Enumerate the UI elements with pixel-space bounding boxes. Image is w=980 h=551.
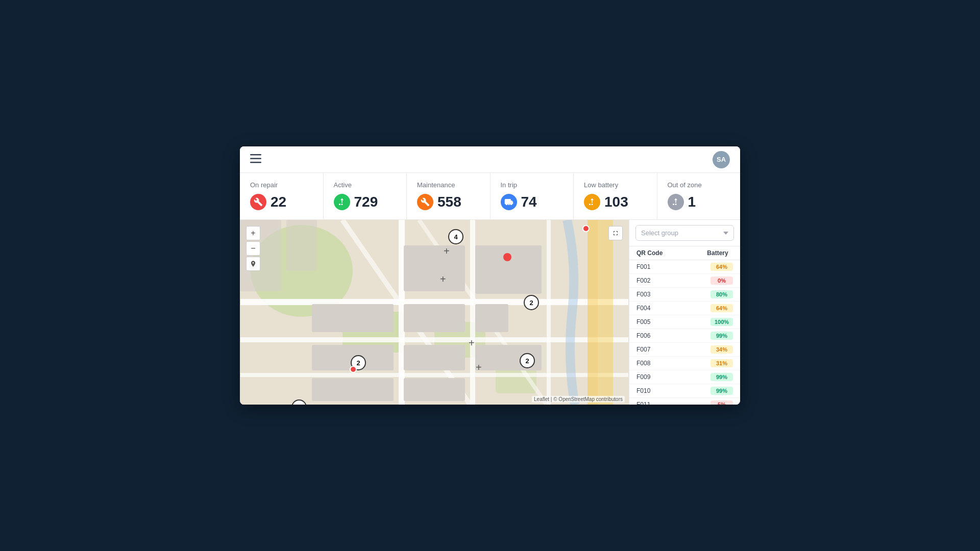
stat-icon-out-of-zone <box>668 194 684 210</box>
cluster-marker-4[interactable]: 4 <box>448 229 463 244</box>
battery-badge: 0% <box>710 277 733 285</box>
svg-rect-32 <box>404 345 465 370</box>
qr-code-value: F007 <box>636 346 710 353</box>
header: SA <box>240 146 740 173</box>
select-group-wrapper: Select group <box>629 220 740 246</box>
map-cross-1: + <box>440 273 446 285</box>
svg-point-8 <box>589 204 591 205</box>
stat-value-row-out-of-zone: 1 <box>668 194 730 210</box>
map-expand-button[interactable] <box>608 226 623 240</box>
stat-label-out-of-zone: Out of zone <box>668 181 730 189</box>
svg-rect-20 <box>470 220 475 405</box>
battery-badge: 80% <box>710 290 733 298</box>
svg-rect-37 <box>286 220 317 271</box>
qr-code-value: F011 <box>636 401 710 405</box>
svg-rect-29 <box>475 304 508 332</box>
qr-code-value: F004 <box>636 305 710 312</box>
svg-rect-2 <box>250 162 261 163</box>
battery-badge: 100% <box>710 318 733 326</box>
stat-number-in-trip: 74 <box>521 194 537 210</box>
map-pin-red-3[interactable] <box>582 225 590 232</box>
battery-badge: 34% <box>710 345 733 354</box>
battery-badge: 99% <box>710 387 733 395</box>
stat-card-low-battery[interactable]: Low battery 103 <box>574 173 657 219</box>
battery-badge: 99% <box>710 373 733 381</box>
table-header: QR Code Battery <box>629 246 740 260</box>
svg-rect-1 <box>250 158 261 159</box>
table-row[interactable]: F010 99% <box>629 384 740 398</box>
stat-card-maintenance[interactable]: Maintenance 558 <box>407 173 491 219</box>
map-pin-red-2[interactable] <box>350 366 357 373</box>
app-window: SA On repair 22 Active 729 Mai <box>240 146 740 405</box>
table-row[interactable]: F007 34% <box>629 343 740 357</box>
stat-icon-low-battery <box>584 194 600 210</box>
svg-rect-21 <box>547 220 551 405</box>
stat-value-row-low-battery: 103 <box>584 194 647 210</box>
svg-rect-0 <box>250 154 261 156</box>
table-body: F001 64% F002 0% F003 80% F004 64% F005 … <box>629 260 740 405</box>
stat-card-active[interactable]: Active 729 <box>324 173 407 219</box>
stat-value-row-on-repair: 22 <box>250 194 313 210</box>
stat-number-active: 729 <box>354 194 378 210</box>
svg-point-4 <box>339 204 340 205</box>
svg-point-3 <box>341 204 342 205</box>
stat-number-out-of-zone: 1 <box>688 194 696 210</box>
svg-rect-22 <box>587 220 598 405</box>
svg-point-10 <box>673 204 674 205</box>
svg-rect-28 <box>475 245 542 294</box>
cluster-marker-2c[interactable]: 2 <box>520 353 535 368</box>
zoom-out-button[interactable]: − <box>246 241 260 256</box>
table-row[interactable]: F002 0% <box>629 274 740 288</box>
svg-rect-27 <box>404 304 465 332</box>
table-row[interactable]: F011 5% <box>629 398 740 405</box>
table-row[interactable]: F005 100% <box>629 315 740 329</box>
stat-label-active: Active <box>334 181 397 189</box>
stat-label-in-trip: In trip <box>501 181 564 189</box>
table-row[interactable]: F004 64% <box>629 302 740 315</box>
svg-point-9 <box>675 204 676 205</box>
stat-icon-on-repair <box>250 194 266 210</box>
map-cross-4: + <box>476 362 482 373</box>
stat-value-row-in-trip: 74 <box>501 194 564 210</box>
main-content: + − 4 2 2 2 2 + + + + <box>240 220 740 405</box>
stat-icon-maintenance <box>417 194 433 210</box>
map-attribution: Leaflet | © OpenStreetMap contributors <box>532 396 625 403</box>
qr-code-value: F003 <box>636 291 710 298</box>
svg-rect-30 <box>312 304 394 332</box>
hamburger-icon[interactable] <box>250 153 261 166</box>
stat-card-out-of-zone[interactable]: Out of zone 1 <box>657 173 741 219</box>
location-button[interactable] <box>246 257 260 271</box>
table-row[interactable]: F001 64% <box>629 260 740 274</box>
qr-code-value: F006 <box>636 332 710 339</box>
battery-badge: 31% <box>710 359 733 367</box>
svg-rect-34 <box>312 378 394 401</box>
map-controls: + − <box>246 226 260 271</box>
map-pin-red-1[interactable] <box>503 253 511 261</box>
qr-code-value: F002 <box>636 277 710 284</box>
stat-label-low-battery: Low battery <box>584 181 647 189</box>
col-header-battery: Battery <box>702 249 733 257</box>
stat-card-on-repair[interactable]: On repair 22 <box>240 173 324 219</box>
select-group-dropdown[interactable]: Select group <box>635 225 734 241</box>
battery-badge: 5% <box>710 400 733 405</box>
stat-card-in-trip[interactable]: In trip 74 <box>491 173 574 219</box>
stat-number-maintenance: 558 <box>437 194 461 210</box>
qr-code-value: F005 <box>636 318 710 325</box>
qr-code-value: F008 <box>636 360 710 367</box>
cluster-marker-2a[interactable]: 2 <box>524 295 539 310</box>
map-area[interactable]: + − 4 2 2 2 2 + + + + <box>240 220 629 405</box>
table-row[interactable]: F009 99% <box>629 370 740 384</box>
col-header-qr: QR Code <box>636 249 702 257</box>
table-row[interactable]: F003 80% <box>629 288 740 302</box>
stat-label-on-repair: On repair <box>250 181 313 189</box>
battery-badge: 99% <box>710 332 733 340</box>
zoom-in-button[interactable]: + <box>246 226 260 240</box>
stat-number-on-repair: 22 <box>271 194 286 210</box>
stats-bar: On repair 22 Active 729 Maintenance <box>240 173 740 220</box>
qr-code-value: F001 <box>636 263 710 270</box>
avatar[interactable]: SA <box>713 151 730 168</box>
table-row[interactable]: F006 99% <box>629 329 740 343</box>
qr-code-value: F010 <box>636 387 710 394</box>
stat-value-row-maintenance: 558 <box>417 194 480 210</box>
table-row[interactable]: F008 31% <box>629 357 740 370</box>
